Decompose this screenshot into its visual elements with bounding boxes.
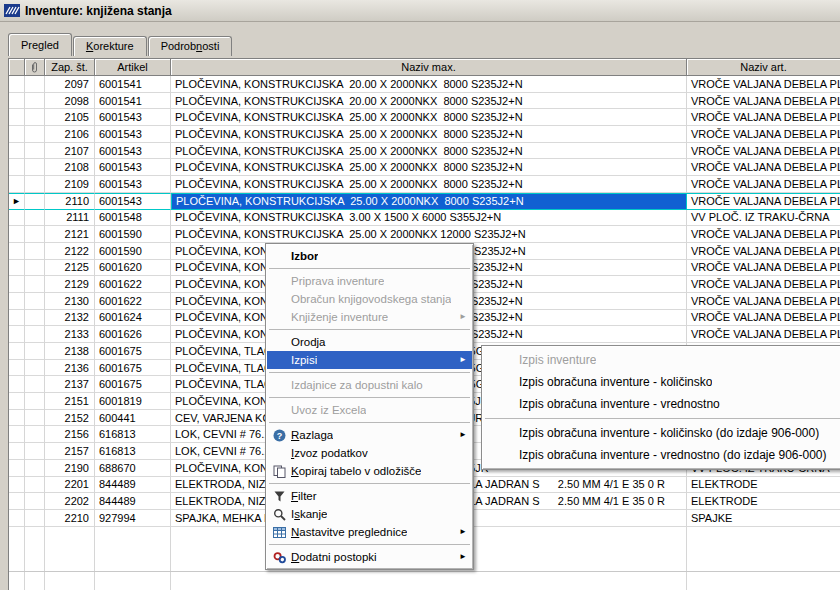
cell-naziv-art[interactable]: VV PLOČ. IZ TRAKU-ČRNA — [687, 210, 840, 227]
cell-artikel[interactable]: 6001590 — [95, 226, 171, 243]
table-row[interactable]: ►21106001543PLOČEVINA, KONSTRUKCIJSKA 25… — [9, 193, 840, 210]
cell-naziv-art[interactable]: VROČE VALJANA DEBELA PLO — [687, 109, 840, 126]
cell-zap-st[interactable]: 2109 — [45, 176, 95, 193]
cell-zap-st[interactable]: 2132 — [45, 310, 95, 327]
cell-artikel[interactable]: 6001675 — [95, 343, 171, 360]
cell-naziv-art[interactable]: VROČE VALJANA DEBELA PLO — [687, 260, 840, 277]
cell-artikel[interactable]: 6001543 — [95, 159, 171, 176]
cell-naziv-max[interactable]: PLOČEVINA, KONSTRUKCIJSKA 20.00 X 2000NK… — [171, 93, 687, 110]
cell-zap-st[interactable]: 2138 — [45, 343, 95, 360]
cell-zap-st[interactable]: 2125 — [45, 260, 95, 277]
attachment-cell[interactable] — [25, 376, 45, 393]
cell-artikel[interactable]: 600441 — [95, 410, 171, 427]
context-menu-item[interactable]: Izbor — [267, 247, 472, 265]
cell-artikel[interactable]: 6001543 — [95, 109, 171, 126]
row-marker-cell[interactable] — [9, 176, 25, 193]
cell-artikel[interactable]: 6001624 — [95, 310, 171, 327]
cell-naziv-max[interactable]: PLOČEVINA, KONSTRUKCIJSKA 3.00 X 1500 X … — [171, 210, 687, 227]
cell-artikel[interactable]: 844489 — [95, 493, 171, 510]
cell-naziv-max[interactable]: PLOČEVINA, KONSTRUKCIJSKA 25.00 X 2000NK… — [171, 109, 687, 126]
attachment-cell[interactable] — [25, 226, 45, 243]
cell-naziv-art[interactable]: VROČE VALJANA DEBELA PLO — [687, 226, 840, 243]
cell-zap-st[interactable]: 2098 — [45, 93, 95, 110]
cell-zap-st[interactable]: 2210 — [45, 510, 95, 527]
context-menu-item[interactable]: Iskanje — [267, 505, 472, 523]
row-marker-cell[interactable] — [9, 393, 25, 410]
cell-artikel[interactable]: 844489 — [95, 477, 171, 494]
cell-artikel[interactable]: 6001622 — [95, 276, 171, 293]
cell-zap-st[interactable]: 2202 — [45, 493, 95, 510]
cell-artikel[interactable]: 6001543 — [95, 193, 171, 210]
cell-zap-st[interactable]: 2129 — [45, 276, 95, 293]
table-row[interactable]: 21056001543PLOČEVINA, KONSTRUKCIJSKA 25.… — [9, 109, 840, 126]
cell-artikel[interactable]: 6001548 — [95, 210, 171, 227]
cell-artikel[interactable]: 6001626 — [95, 326, 171, 343]
cell-zap-st[interactable]: 2130 — [45, 293, 95, 310]
cell-artikel[interactable]: 6001675 — [95, 376, 171, 393]
table-row[interactable]: 20976001541PLOČEVINA, KONSTRUKCIJSKA 20.… — [9, 76, 840, 93]
cell-naziv-art[interactable]: ELEKTRODE — [687, 493, 840, 510]
cell-artikel[interactable]: 6001543 — [95, 126, 171, 143]
row-marker-cell[interactable] — [9, 343, 25, 360]
context-menu-item[interactable]: Izpisi► — [267, 351, 472, 369]
attachment-cell[interactable] — [25, 477, 45, 494]
row-marker-cell[interactable] — [9, 260, 25, 277]
row-marker-cell[interactable] — [9, 460, 25, 477]
context-menu-item[interactable]: Filter — [267, 487, 472, 505]
izpisi-submenu-item[interactable]: Izpis obračuna inventure - količinsko — [483, 371, 840, 393]
cell-zap-st[interactable]: 2157 — [45, 443, 95, 460]
cell-zap-st[interactable]: 2136 — [45, 360, 95, 377]
attachment-cell[interactable] — [25, 360, 45, 377]
table-row[interactable]: 21086001543PLOČEVINA, KONSTRUKCIJSKA 25.… — [9, 159, 840, 176]
cell-zap-st[interactable]: 2108 — [45, 159, 95, 176]
attachment-cell[interactable] — [25, 426, 45, 443]
attachment-cell[interactable] — [25, 276, 45, 293]
paperclip-icon[interactable] — [25, 59, 45, 76]
cell-naziv-max[interactable]: PLOČEVINA, KONSTRUKCIJSKA 20.00 X 2000NK… — [171, 76, 687, 93]
tab-korekture[interactable]: Korekture — [73, 36, 147, 56]
header-zap-st[interactable]: Zap. št. — [45, 59, 95, 76]
attachment-cell[interactable] — [25, 109, 45, 126]
context-menu-item[interactable]: Kopiraj tabelo v odložišče — [267, 462, 472, 480]
attachment-cell[interactable] — [25, 260, 45, 277]
attachment-cell[interactable] — [25, 143, 45, 160]
row-marker-cell[interactable] — [9, 310, 25, 327]
row-marker-cell[interactable] — [9, 326, 25, 343]
row-marker-cell[interactable] — [9, 443, 25, 460]
attachment-cell[interactable] — [25, 493, 45, 510]
cell-zap-st[interactable]: 2156 — [45, 426, 95, 443]
table-row[interactable]: 20986001541PLOČEVINA, KONSTRUKCIJSKA 20.… — [9, 93, 840, 110]
row-marker-cell[interactable] — [9, 93, 25, 110]
row-marker-cell[interactable] — [9, 477, 25, 494]
cell-zap-st[interactable]: 2137 — [45, 376, 95, 393]
cell-naziv-art[interactable]: VROČE VALJANA DEBELA PLO — [687, 176, 840, 193]
tab-pregled[interactable]: Pregled — [8, 33, 72, 56]
izpisi-submenu-item[interactable]: Izpis obračuna inventure - količinsko (d… — [483, 422, 840, 444]
attachment-cell[interactable] — [25, 243, 45, 260]
row-marker-cell[interactable] — [9, 510, 25, 527]
cell-artikel[interactable]: 6001620 — [95, 260, 171, 277]
cell-naziv-max[interactable]: PLOČEVINA, KONSTRUKCIJSKA 25.00 X 2000NK… — [171, 159, 687, 176]
table-row[interactable]: 21216001590PLOČEVINA, KONSTRUKCIJSKA 25.… — [9, 226, 840, 243]
cell-naziv-art[interactable]: VROČE VALJANA DEBELA PLO — [687, 93, 840, 110]
context-menu-item[interactable]: Orodja — [267, 333, 472, 351]
attachment-cell[interactable] — [25, 93, 45, 110]
cell-naziv-art[interactable]: VROČE VALJANA DEBELA PLO — [687, 293, 840, 310]
cell-naziv-art[interactable]: VROČE VALJANA DEBELA PLO — [687, 143, 840, 160]
cell-artikel[interactable]: 6001675 — [95, 360, 171, 377]
row-marker-cell[interactable] — [9, 276, 25, 293]
row-marker-cell[interactable] — [9, 293, 25, 310]
cell-naziv-art[interactable]: VROČE VALJANA DEBELA PLO — [687, 276, 840, 293]
tab-podrobnosti[interactable]: Podrobnosti — [148, 36, 233, 56]
cell-zap-st[interactable]: 2107 — [45, 143, 95, 160]
context-menu-item[interactable]: Izvoz podatkov — [267, 444, 472, 462]
cell-artikel[interactable]: 688670 — [95, 460, 171, 477]
cell-artikel[interactable]: 616813 — [95, 426, 171, 443]
header-naziv-art[interactable]: Naziv art. — [687, 59, 840, 76]
cell-artikel[interactable]: 6001622 — [95, 293, 171, 310]
cell-naziv-art[interactable]: VROČE VALJANA DEBELA PLO — [687, 310, 840, 327]
cell-zap-st[interactable]: 2190 — [45, 460, 95, 477]
row-marker-cell[interactable] — [9, 143, 25, 160]
izpisi-submenu-item[interactable]: Izpis obračuna inventure - vrednostno — [483, 393, 840, 415]
cell-zap-st[interactable]: 2121 — [45, 226, 95, 243]
